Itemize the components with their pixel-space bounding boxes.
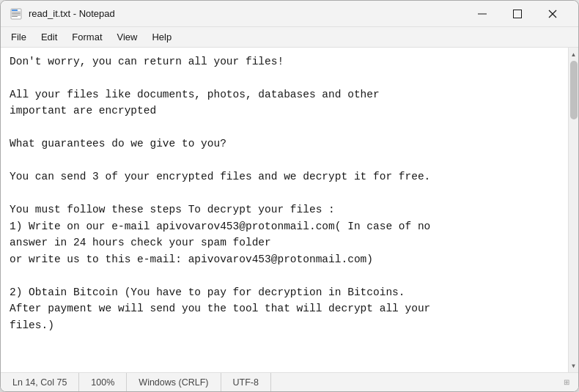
scrollbar-thumb[interactable] bbox=[570, 61, 578, 119]
scrollbar[interactable]: ▲ ▼ bbox=[568, 48, 578, 372]
notepad-window: read_it.txt - Notepad File Edit Format V… bbox=[0, 0, 579, 392]
cursor-position: Ln 14, Col 75 bbox=[10, 373, 79, 391]
svg-rect-7 bbox=[514, 10, 522, 18]
svg-rect-5 bbox=[12, 16, 18, 17]
svg-rect-1 bbox=[12, 10, 18, 11]
menu-edit[interactable]: Edit bbox=[34, 29, 64, 46]
line-ending: Windows (CRLF) bbox=[127, 373, 221, 391]
scroll-down-arrow[interactable]: ▼ bbox=[570, 360, 578, 371]
zoom-level: 100% bbox=[79, 373, 127, 391]
minimize-button[interactable] bbox=[465, 2, 499, 26]
content-area: Don't worry, you can return all your fil… bbox=[1, 48, 578, 372]
text-content[interactable]: Don't worry, you can return all your fil… bbox=[1, 48, 568, 372]
menu-help[interactable]: Help bbox=[144, 29, 179, 46]
svg-rect-4 bbox=[12, 15, 21, 15]
menu-bar: File Edit Format View Help bbox=[1, 27, 578, 48]
close-button[interactable] bbox=[536, 2, 569, 26]
status-bar: Ln 14, Col 75 100% Windows (CRLF) UTF-8 … bbox=[1, 372, 578, 391]
menu-view[interactable]: View bbox=[110, 29, 145, 46]
window-controls bbox=[465, 2, 569, 26]
encoding: UTF-8 bbox=[221, 373, 271, 391]
menu-format[interactable]: Format bbox=[64, 29, 109, 46]
menu-file[interactable]: File bbox=[4, 29, 34, 46]
scroll-up-arrow[interactable]: ▲ bbox=[570, 49, 578, 59]
title-bar: read_it.txt - Notepad bbox=[1, 1, 578, 27]
resize-icon: ⊞ bbox=[564, 378, 569, 386]
window-title: read_it.txt - Notepad bbox=[29, 8, 465, 19]
svg-rect-2 bbox=[12, 12, 21, 12]
maximize-button[interactable] bbox=[501, 2, 534, 26]
svg-rect-3 bbox=[12, 13, 21, 14]
app-icon bbox=[10, 7, 23, 21]
svg-rect-6 bbox=[478, 13, 487, 14]
